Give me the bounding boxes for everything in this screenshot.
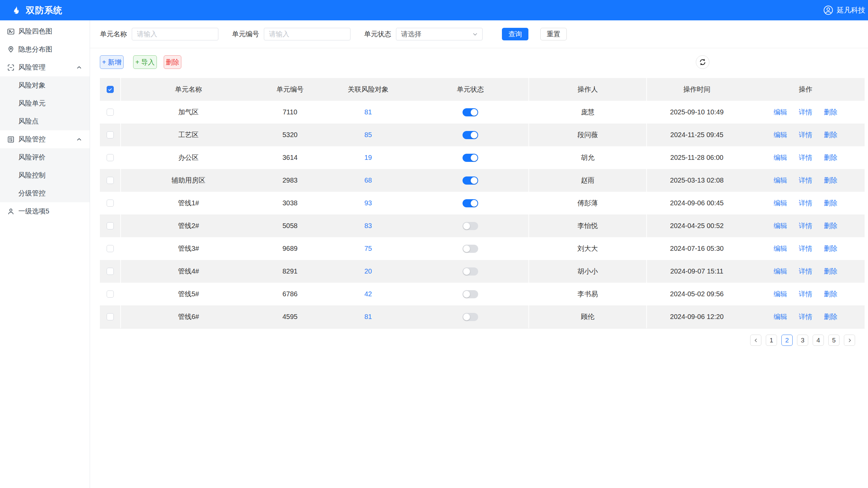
linked-risk-objects-link[interactable]: 75 <box>364 245 372 252</box>
linked-risk-objects-link[interactable]: 42 <box>364 290 372 298</box>
prev-page-button[interactable] <box>750 335 761 346</box>
delete-link[interactable]: 删除 <box>824 130 837 139</box>
delete-link[interactable]: 删除 <box>824 267 837 276</box>
sidebar-item-label: 风险管理 <box>18 63 46 72</box>
sidebar-item-risk-point[interactable]: 风险点 <box>0 112 90 130</box>
edit-link[interactable]: 编辑 <box>774 289 787 299</box>
details-link[interactable]: 详情 <box>799 312 812 321</box>
search-button[interactable]: 查询 <box>502 28 528 40</box>
linked-risk-objects-link[interactable]: 93 <box>364 199 372 207</box>
edit-link[interactable]: 编辑 <box>774 267 787 276</box>
delete-link[interactable]: 删除 <box>824 221 837 230</box>
sidebar-item-risk-management[interactable]: 风险管理 <box>0 58 90 76</box>
user-menu[interactable]: 延凡科技 <box>823 5 865 15</box>
operator-cell: 胡小小 <box>528 260 646 283</box>
import-button[interactable]: + 导入 <box>133 55 157 69</box>
row-checkbox[interactable] <box>107 268 114 275</box>
row-checkbox[interactable] <box>107 177 114 184</box>
row-checkbox[interactable] <box>107 313 114 320</box>
sidebar-item-hazard-distribution-map[interactable]: 隐患分布图 <box>0 40 90 58</box>
edit-link[interactable]: 编辑 <box>774 176 787 185</box>
delete-link[interactable]: 删除 <box>824 176 837 185</box>
page-button-4[interactable]: 4 <box>813 335 824 346</box>
refresh-button[interactable] <box>696 55 709 69</box>
unit-status-toggle[interactable] <box>463 108 478 116</box>
row-checkbox[interactable] <box>107 222 114 229</box>
details-link[interactable]: 详情 <box>799 108 812 117</box>
linked-risk-objects-link[interactable]: 85 <box>364 131 372 139</box>
add-button[interactable]: + 新增 <box>100 55 124 69</box>
unit-status-toggle[interactable] <box>463 176 478 185</box>
linked-risk-objects-link[interactable]: 81 <box>364 313 372 321</box>
next-page-button[interactable] <box>844 335 855 346</box>
delete-link[interactable]: 删除 <box>824 289 837 299</box>
unit-status-toggle[interactable] <box>463 222 478 230</box>
unit-name-input[interactable] <box>132 28 218 40</box>
unit-status-toggle[interactable] <box>463 313 478 321</box>
linked-risk-objects-link[interactable]: 19 <box>364 154 372 162</box>
sidebar-item-risk-evaluation[interactable]: 风险评价 <box>0 148 90 166</box>
sidebar-item-level1-option5[interactable]: 一级选项5 <box>0 202 90 220</box>
row-checkbox[interactable] <box>107 200 114 207</box>
page-button-1[interactable]: 1 <box>766 335 777 346</box>
unit-code-cell: 3038 <box>256 192 324 214</box>
delete-link[interactable]: 删除 <box>824 108 837 117</box>
unit-status-toggle[interactable] <box>463 199 478 207</box>
edit-link[interactable]: 编辑 <box>774 244 787 253</box>
select-all-checkbox[interactable] <box>107 86 114 93</box>
delete-link[interactable]: 删除 <box>824 199 837 208</box>
operator-cell: 赵雨 <box>528 169 646 192</box>
sidebar-item-risk-control[interactable]: 风险控制 <box>0 166 90 184</box>
details-link[interactable]: 详情 <box>799 244 812 253</box>
edit-link[interactable]: 编辑 <box>774 312 787 321</box>
operator-cell: 李怡悦 <box>528 214 646 237</box>
reset-button[interactable]: 重置 <box>540 28 567 40</box>
user-name: 延凡科技 <box>837 5 865 15</box>
page-button-5[interactable]: 5 <box>828 335 839 346</box>
unit-status-select[interactable]: 请选择 <box>396 28 483 40</box>
operator-cell: 段问薇 <box>528 124 646 146</box>
delete-button[interactable]: 删除 <box>164 55 181 69</box>
table-row: 管线1# 3038 93 傅彭薄 2024-09-06 00:45 编辑详情删除 <box>100 192 865 214</box>
edit-link[interactable]: 编辑 <box>774 199 787 208</box>
unit-code-input[interactable] <box>264 28 350 40</box>
unit-status-toggle[interactable] <box>463 290 478 298</box>
row-checkbox[interactable] <box>107 109 114 116</box>
delete-link[interactable]: 删除 <box>824 244 837 253</box>
details-link[interactable]: 详情 <box>799 130 812 139</box>
details-link[interactable]: 详情 <box>799 267 812 276</box>
sidebar-item-risk-four-color-map[interactable]: 风险四色图 <box>0 22 90 40</box>
edit-link[interactable]: 编辑 <box>774 153 787 162</box>
delete-link[interactable]: 删除 <box>824 153 837 162</box>
linked-risk-objects-link[interactable]: 20 <box>364 267 372 275</box>
details-link[interactable]: 详情 <box>799 199 812 208</box>
sidebar-item-graded-control[interactable]: 分级管控 <box>0 184 90 202</box>
linked-risk-objects-link[interactable]: 68 <box>364 176 372 184</box>
unit-status-toggle[interactable] <box>463 131 478 139</box>
edit-link[interactable]: 编辑 <box>774 221 787 230</box>
row-checkbox[interactable] <box>107 131 114 138</box>
linked-risk-objects-link[interactable]: 81 <box>364 108 372 116</box>
delete-link[interactable]: 删除 <box>824 312 837 321</box>
unit-status-toggle[interactable] <box>463 154 478 162</box>
page-button-2[interactable]: 2 <box>781 335 793 346</box>
linked-risk-objects-link[interactable]: 83 <box>364 222 372 230</box>
row-actions: 编辑详情删除 <box>747 192 864 214</box>
row-checkbox[interactable] <box>107 154 114 161</box>
sidebar-item-risk-control-group[interactable]: 风险管控 <box>0 130 90 148</box>
sidebar-item-risk-unit[interactable]: 风险单元 <box>0 94 90 112</box>
operation-time-cell: 2024-07-16 05:30 <box>646 237 747 260</box>
details-link[interactable]: 详情 <box>799 153 812 162</box>
row-checkbox[interactable] <box>107 245 114 252</box>
edit-link[interactable]: 编辑 <box>774 108 787 117</box>
row-checkbox[interactable] <box>107 290 114 298</box>
details-link[interactable]: 详情 <box>799 289 812 299</box>
page-button-3[interactable]: 3 <box>797 335 808 346</box>
unit-status-toggle[interactable] <box>463 245 478 253</box>
edit-link[interactable]: 编辑 <box>774 130 787 139</box>
sliders-icon <box>7 135 15 144</box>
sidebar-item-risk-object[interactable]: 风险对象 <box>0 76 90 94</box>
details-link[interactable]: 详情 <box>799 221 812 230</box>
details-link[interactable]: 详情 <box>799 176 812 185</box>
unit-status-toggle[interactable] <box>463 267 478 276</box>
